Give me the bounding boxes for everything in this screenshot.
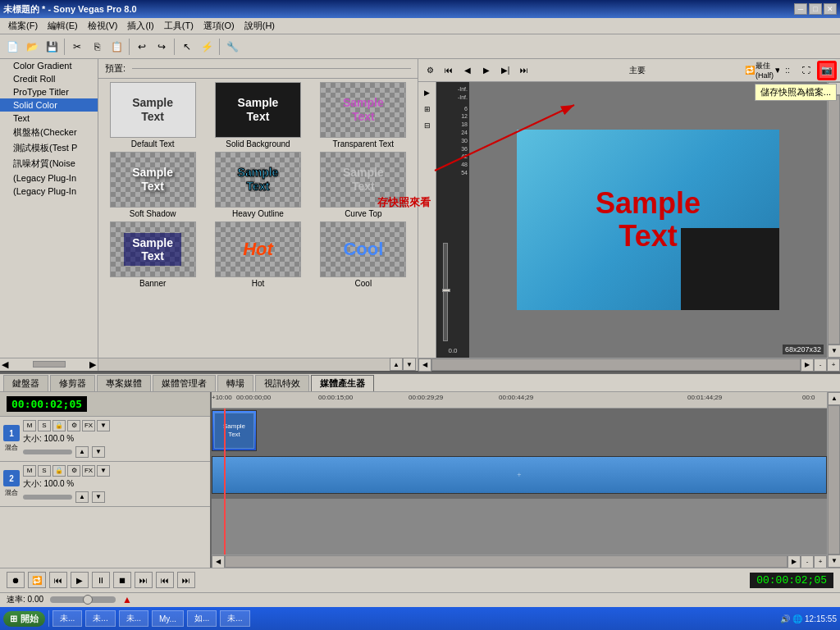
close-button[interactable]: ✕	[824, 3, 837, 15]
menu-insert[interactable]: 插入(I)	[122, 18, 158, 34]
preview-scroll-h[interactable]: ◀ ▶ - +	[418, 358, 840, 371]
timeline-v-down[interactable]: ▼	[828, 555, 840, 568]
list-item-credit-roll[interactable]: Credit Roll	[0, 72, 98, 85]
side-btn-2[interactable]: ⊞	[420, 102, 435, 116]
timeline-scroll-left[interactable]: ◀	[212, 555, 225, 568]
level-slider[interactable]	[443, 243, 448, 341]
track-2-slider[interactable]	[23, 495, 72, 500]
pause-btn[interactable]: ⏸	[92, 572, 110, 588]
list-item-solid-color[interactable]: Solid Color	[0, 98, 98, 112]
template-hot[interactable]: Hot Hot	[207, 221, 308, 288]
speed-slider[interactable]	[50, 596, 116, 603]
preview-scroll-v[interactable]: ▲ ▼	[827, 82, 840, 358]
preview-settings[interactable]: ⚙	[422, 62, 438, 79]
menu-options[interactable]: 選項(O)	[199, 18, 240, 34]
ff-end-btn[interactable]: ⏭	[135, 572, 153, 588]
timeline-v-thumb[interactable]	[828, 405, 840, 555]
menu-tools[interactable]: 工具(T)	[159, 18, 199, 34]
template-heavy-outline[interactable]: SampleText Heavy Outline	[207, 152, 308, 218]
timeline-v-up[interactable]: ▲	[828, 392, 840, 405]
timeline-scroll-right[interactable]: ▶	[788, 555, 801, 568]
track-2-menu[interactable]: ▼	[97, 465, 110, 477]
toolbar-copy[interactable]: ⎘	[88, 38, 106, 56]
preview-fullscreen[interactable]: ⛶	[798, 62, 815, 79]
playhead[interactable]	[224, 409, 226, 555]
tab-media-manager[interactable]: 媒體管理者	[153, 375, 216, 391]
tab-media-generators[interactable]: 媒體產生器	[311, 375, 374, 391]
tab-video-fx[interactable]: 視訊特效	[255, 375, 309, 391]
menu-view[interactable]: 檢視(V)	[83, 18, 123, 34]
preview-play[interactable]: ▶	[478, 62, 495, 79]
template-transparent-text[interactable]: SampleText Transparent Text	[313, 82, 414, 148]
timeline-scroll-h[interactable]: ◀ ▶ - +	[212, 555, 827, 568]
track-1-fx[interactable]: FX	[82, 420, 95, 431]
track-2-settings[interactable]: ⚙	[67, 465, 80, 477]
preview-forward-end[interactable]: ⏭	[516, 62, 532, 79]
preview-grid-toggle[interactable]: ::	[779, 62, 796, 79]
scroll-right-btn[interactable]: ▶	[801, 358, 814, 372]
list-scroll[interactable]: ◀ ▶	[0, 358, 98, 371]
tab-trimmer[interactable]: 修剪器	[50, 375, 95, 391]
play-btn[interactable]: ▶	[71, 572, 89, 588]
preview-next-frame[interactable]: ▶|	[497, 62, 514, 79]
save-snapshot-button[interactable]: 📷	[817, 61, 837, 80]
list-item-test[interactable]: 測試模板(Test P	[0, 140, 98, 156]
track-2-solo[interactable]: S	[38, 465, 51, 477]
stop-btn[interactable]: ⏹	[113, 572, 131, 588]
start-button[interactable]: ⊞ 開始	[3, 611, 45, 627]
scroll-h-thumb[interactable]	[431, 358, 801, 371]
track-1-solo[interactable]: S	[38, 420, 51, 431]
scroll-left-btn[interactable]: ◀	[418, 358, 431, 372]
timeline-scroll-v[interactable]: ▲ ▼	[827, 392, 840, 568]
track-2-up[interactable]: ▲	[75, 491, 89, 503]
tab-project-media[interactable]: 專案媒體	[97, 375, 151, 391]
menu-file[interactable]: 檔案(F)	[3, 18, 43, 34]
loop-btn[interactable]: 🔁	[28, 572, 46, 588]
minimize-button[interactable]: ─	[794, 3, 807, 15]
timeline-zoom-in[interactable]: +	[814, 555, 827, 568]
toolbar-open[interactable]: 📂	[23, 38, 41, 56]
preview-prev-frame[interactable]: ◀	[459, 62, 476, 79]
next-frame-btn[interactable]: ⏭	[177, 572, 195, 588]
track-2-mute[interactable]: M	[23, 465, 36, 477]
toolbar-new[interactable]: 📄	[3, 38, 21, 56]
template-soft-shadow[interactable]: SampleText Soft Shadow	[102, 152, 203, 218]
taskbar-item-1[interactable]: 未...	[52, 610, 82, 627]
scroll-thumb[interactable]	[828, 95, 840, 345]
list-item-noise[interactable]: 訊噪材質(Noise	[0, 156, 98, 171]
track-2-fx[interactable]: FX	[82, 465, 95, 477]
rewind-start-btn[interactable]: ⏮	[49, 572, 67, 588]
menu-edit[interactable]: 編輯(E)	[43, 18, 83, 34]
taskbar-item-4[interactable]: My...	[152, 610, 184, 627]
zoom-out-btn[interactable]: -	[814, 358, 827, 372]
list-item-checker[interactable]: 棋盤格(Checker	[0, 125, 98, 140]
toolbar-cut[interactable]: ✂	[68, 38, 86, 56]
side-btn-3[interactable]: ⊟	[420, 118, 435, 133]
record-btn[interactable]: ⏺	[7, 572, 25, 588]
track-2-lock[interactable]: 🔒	[52, 465, 66, 477]
prev-frame-btn[interactable]: ⏮	[156, 572, 174, 588]
toolbar-redo[interactable]: ↪	[153, 38, 171, 56]
track-2-down[interactable]: ▼	[92, 491, 105, 503]
track-1-settings[interactable]: ⚙	[67, 420, 80, 431]
toolbar-paste[interactable]: 📋	[107, 38, 126, 56]
template-cool[interactable]: Cool Cool	[313, 221, 414, 288]
toolbar-select[interactable]: ↖	[178, 38, 196, 56]
taskbar-item-6[interactable]: 未...	[220, 610, 249, 627]
toolbar-snap[interactable]: 🔧	[223, 38, 241, 56]
list-item-color-gradient[interactable]: Color Gradient	[0, 59, 98, 72]
preview-rewind-start[interactable]: ⏮	[441, 62, 457, 79]
tab-transitions[interactable]: 轉場	[217, 375, 253, 391]
taskbar-item-5[interactable]: 如...	[187, 610, 217, 627]
window-controls[interactable]: ─ □ ✕	[794, 3, 837, 15]
zoom-in-btn[interactable]: +	[827, 358, 840, 372]
timeline-clip-2[interactable]: +	[212, 456, 827, 494]
list-item-protype[interactable]: ProType Titler	[0, 85, 98, 98]
toolbar-split[interactable]: ⚡	[198, 38, 216, 56]
maximize-button[interactable]: □	[809, 3, 822, 15]
track-1-up[interactable]: ▲	[75, 446, 89, 458]
track-1-lock[interactable]: 🔒	[52, 420, 66, 431]
template-default-text[interactable]: SampleText Default Text	[102, 82, 203, 148]
timeline-zoom-out[interactable]: -	[801, 555, 814, 568]
track-1-slider[interactable]	[23, 450, 72, 454]
